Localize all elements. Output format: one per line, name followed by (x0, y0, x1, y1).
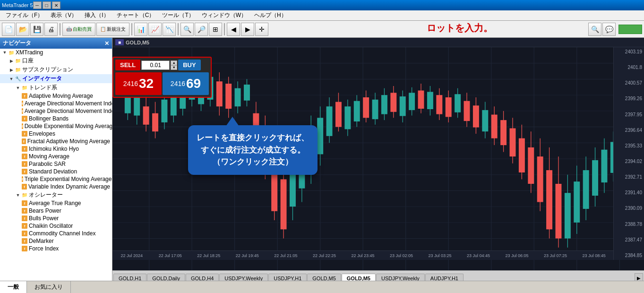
widget-controls-row: SELL ▲ ▼ BUY (115, 60, 209, 70)
nav-item-tema[interactable]: f Triple Exponential Moving Average (0, 175, 112, 183)
nav-item-env[interactable]: f Envelopes (0, 130, 112, 138)
tab-gold-m5-1[interactable]: GOLD,M5 (307, 274, 341, 281)
nav-item-demarker[interactable]: f DeMarker (0, 237, 112, 245)
chart-btn2[interactable]: 📈 (148, 23, 162, 36)
nav-item-atr[interactable]: f Average True Range (0, 199, 112, 207)
comment-btn[interactable]: 💬 (602, 23, 616, 36)
minimize-button[interactable]: ─ (33, 1, 42, 9)
buy-price-button[interactable]: 2416 69 (163, 72, 209, 95)
nav-item-dema[interactable]: f Double Exponential Moving Average (0, 122, 112, 130)
nav-item-subscription[interactable]: ▶ 📁 サブスクリプション (0, 65, 112, 74)
nav-item-ichi[interactable]: f Ichimoku Kinko Hyo (0, 145, 112, 153)
nav-item-chaikin[interactable]: f Chaikin Oscillator (0, 222, 112, 230)
svg-rect-35 (161, 100, 167, 122)
save-btn[interactable]: 💾 (30, 23, 43, 36)
tab-gold-daily[interactable]: GOLD,Daily (147, 274, 185, 281)
indicator-icon-chaikin: f (22, 223, 27, 229)
window-controls: ─ □ ✕ (33, 1, 60, 9)
tab-nav-right[interactable]: ▶ (635, 273, 643, 281)
status-tab-general[interactable]: 一般 (0, 281, 27, 293)
nav-item-ma[interactable]: f Moving Average (0, 153, 112, 160)
indicator-icon-ama: f (22, 93, 27, 99)
nav-item-vida[interactable]: f Variable Index Dynamic Average (0, 183, 112, 190)
nav-item-bears[interactable]: f Bears Power (0, 207, 112, 215)
lot-spin-down[interactable]: ▼ (171, 65, 177, 70)
menu-help[interactable]: ヘルプ（H） (250, 10, 291, 20)
auto-trade-btn[interactable]: 🤖 自動売買 (62, 23, 95, 36)
chart-canvas[interactable]: SELL ▲ ▼ BUY 2416 32 2416 69 (112, 47, 644, 270)
new-order-btn[interactable]: 📋 新規注文 (96, 23, 129, 36)
nav-item-bulls[interactable]: f Bulls Power (0, 215, 112, 222)
svg-rect-101 (464, 101, 470, 121)
tab-usdjpy-weekly[interactable]: USDJPY,Weekly (219, 274, 268, 281)
nav-item-psar[interactable]: f Parabolic SAR (0, 160, 112, 168)
crosshair-btn[interactable]: ✛ (255, 23, 268, 36)
svg-rect-33 (152, 113, 158, 132)
svg-rect-103 (473, 105, 479, 127)
maximize-button[interactable]: □ (43, 1, 51, 9)
tab-gold-h1[interactable]: GOLD,H1 (113, 274, 146, 281)
nav-item-bb[interactable]: f Bollinger Bands (0, 115, 112, 122)
search-btn[interactable]: 🔍 (588, 23, 601, 36)
scroll-left-btn[interactable]: ◀ (227, 23, 240, 36)
indicator-icon-cci: f (22, 231, 27, 236)
indicator-icon-demarker: f (22, 238, 27, 244)
price-2387: 2387.47 (616, 237, 642, 242)
svg-rect-93 (427, 92, 433, 109)
nav-item-admi[interactable]: f Average Directional Movement Index (0, 100, 112, 107)
chart-btn3[interactable]: 📉 (163, 23, 176, 36)
indicator-icon-force: f (22, 246, 27, 251)
svg-rect-95 (436, 95, 442, 114)
nav-item-trend[interactable]: ▼ 📁 トレンド系 (0, 83, 112, 92)
svg-rect-129 (592, 160, 598, 196)
navigator-close-btn[interactable]: ✕ (104, 40, 109, 47)
indicators-icon: 🔧 (15, 76, 21, 82)
menu-tools[interactable]: ツール（T） (158, 10, 197, 20)
nav-item-admiw[interactable]: f Average Directional Movement Index Wil… (0, 107, 112, 115)
svg-rect-77 (354, 101, 360, 121)
indicator-icon-admi: f (22, 101, 23, 106)
new-chart-btn[interactable]: 📄 (2, 23, 15, 36)
nav-item-xmtrading[interactable]: ▼ 📁 XMTrading (0, 49, 112, 56)
menu-window[interactable]: ウィンドウ（W） (198, 10, 250, 20)
nav-item-std[interactable]: f Standard Deviation (0, 168, 112, 175)
status-tab-favorites[interactable]: お気に入り (27, 281, 71, 293)
chart-btn1[interactable]: 📊 (134, 23, 147, 36)
print-btn[interactable]: 🖨 (44, 23, 58, 36)
tab-audjpy-h1[interactable]: AUDJPY,H1 (425, 274, 464, 281)
menu-file[interactable]: ファイル（F） (2, 10, 47, 20)
nav-item-oscillator[interactable]: ▼ 📁 オシレーター (0, 190, 112, 199)
nav-item-account[interactable]: ▶ 📁 口座 (0, 56, 112, 65)
svg-rect-99 (455, 94, 461, 112)
close-button[interactable]: ✕ (52, 1, 60, 9)
nav-item-force[interactable]: f Force Index (0, 245, 112, 252)
menu-view[interactable]: 表示（V） (47, 10, 81, 20)
price-scale: 2403.19 2401.8 2400.57 2399.26 2397.95 2… (613, 47, 644, 260)
zoom-out-btn[interactable]: 🔎 (195, 23, 208, 36)
tab-usdjpy-weekly-2[interactable]: USDJPY,Weekly (376, 274, 425, 281)
sell-price-button[interactable]: 2416 32 (115, 72, 162, 95)
nav-item-fama[interactable]: f Fractal Adaptive Moving Average (0, 138, 112, 145)
menu-chart[interactable]: チャート（C） (113, 10, 159, 20)
open-btn[interactable]: 📂 (16, 23, 29, 36)
sell-button[interactable]: SELL (115, 60, 140, 70)
fit-btn[interactable]: ⊞ (209, 23, 222, 36)
nav-item-ama[interactable]: f Adaptive Moving Average (0, 92, 112, 100)
svg-rect-111 (510, 128, 516, 156)
nav-item-indicators[interactable]: ▼ 🔧 インディケータ (0, 74, 112, 83)
scroll-right-btn[interactable]: ▶ (241, 23, 254, 36)
tab-usdjpy-h1[interactable]: USDJPY,H1 (268, 274, 307, 281)
svg-rect-51 (235, 88, 241, 107)
svg-rect-31 (143, 106, 149, 125)
tab-gold-h4[interactable]: GOLD,H4 (186, 274, 219, 281)
zoom-in-btn[interactable]: 🔍 (180, 23, 194, 36)
lot-input[interactable] (141, 60, 170, 70)
lot-spin-up[interactable]: ▲ (171, 60, 177, 65)
indicator-icon-dema: f (22, 123, 23, 129)
buy-button[interactable]: BUY (178, 60, 200, 70)
price-2391: 2391.40 (616, 190, 642, 195)
menu-insert[interactable]: 挿入（I） (81, 10, 112, 20)
tab-gold-m5-2[interactable]: GOLD,M5 (342, 274, 376, 281)
sep1 (60, 23, 60, 35)
nav-item-cci[interactable]: f Commodity Channel Index (0, 230, 112, 237)
